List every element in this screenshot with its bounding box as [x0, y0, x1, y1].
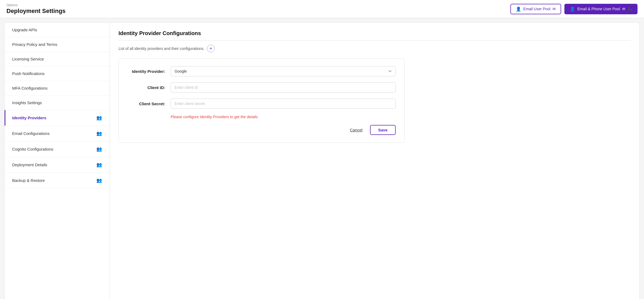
sidebar-label-privacy-policy: Privacy Policy and Terms [12, 42, 57, 47]
email-phone-pool-label: Email & Phone User Pool [577, 7, 620, 11]
header-left: Options Deployment Settings [6, 3, 66, 15]
client-id-input[interactable] [171, 82, 396, 93]
sidebar-item-identity-providers[interactable]: Identity Providers 👥 [5, 110, 110, 126]
client-id-label: Client ID: [127, 85, 165, 90]
add-icon: + [209, 46, 212, 51]
sidebar-label-insights-settings: Insights Settings [12, 100, 42, 105]
header: Options Deployment Settings 👤 Email User… [0, 0, 644, 18]
sidebar-item-privacy-policy[interactable]: Privacy Policy and Terms [5, 37, 110, 52]
user-icon: 👤 [516, 6, 521, 12]
email-pool-label: Email User Pool [523, 7, 550, 11]
sidebar-label-cognito-configurations: Cognito Configurations [12, 147, 53, 151]
sidebar-item-cognito-configurations[interactable]: Cognito Configurations 👥 [5, 141, 110, 157]
deployment-details-icon: 👥 [96, 162, 102, 168]
email-phone-user-pool-button[interactable]: 👤 Email & Phone User Pool ✉ 📞 [564, 4, 638, 14]
client-secret-label: Client Secret: [127, 101, 165, 106]
sidebar: Upgrade APIs Privacy Policy and Terms Li… [5, 23, 110, 299]
content-area: Identity Provider Configurations List of… [110, 23, 639, 299]
identity-provider-form: Identity Provider: Google Facebook Apple… [118, 58, 405, 143]
sidebar-item-backup-restore[interactable]: Backup & Restore 👥 [5, 173, 110, 188]
sidebar-item-licensing-service[interactable]: Licensing Service [5, 52, 110, 66]
sidebar-label-upgrade-apis: Upgrade APIs [12, 28, 37, 32]
cognito-configurations-icon: 👥 [96, 146, 102, 152]
client-id-row: Client ID: [127, 82, 396, 93]
email-configurations-icon: 👥 [96, 131, 102, 136]
phone-icon: 📞 [628, 7, 632, 11]
subtitle-text: List of all identity providers and their… [118, 46, 204, 51]
error-message: Please configure Identity Providers to g… [171, 115, 396, 119]
client-secret-input[interactable] [171, 98, 396, 109]
identity-provider-select[interactable]: Google Facebook Apple Microsoft [171, 66, 396, 76]
email-icon: ✉ [553, 7, 556, 11]
identity-provider-label: Identity Provider: [127, 69, 165, 74]
save-button[interactable]: Save [370, 125, 396, 135]
main-layout: Upgrade APIs Privacy Policy and Terms Li… [4, 22, 640, 299]
identity-providers-icon: 👥 [96, 115, 102, 121]
sidebar-item-push-notifications[interactable]: Push Notifications [5, 66, 110, 81]
sidebar-label-deployment-details: Deployment Details [12, 162, 47, 167]
sidebar-item-insights-settings[interactable]: Insights Settings [5, 96, 110, 110]
page-title: Deployment Settings [6, 8, 66, 14]
sidebar-label-push-notifications: Push Notifications [12, 71, 45, 76]
backup-restore-icon: 👥 [96, 178, 102, 183]
options-label: Options [6, 3, 66, 7]
email-user-pool-button[interactable]: 👤 Email User Pool ✉ [510, 4, 561, 14]
sidebar-label-mfa-configurations: MFA Configurations [12, 86, 48, 90]
sidebar-label-backup-restore: Backup & Restore [12, 178, 45, 183]
sidebar-item-email-configurations[interactable]: Email Configurations 👥 [5, 126, 110, 141]
form-actions: Cancel Save [127, 125, 396, 135]
identity-provider-row: Identity Provider: Google Facebook Apple… [127, 66, 396, 76]
add-provider-button[interactable]: + [207, 45, 215, 52]
sidebar-label-identity-providers: Identity Providers [12, 115, 46, 120]
content-title: Identity Provider Configurations [118, 30, 631, 40]
sidebar-item-deployment-details[interactable]: Deployment Details 👥 [5, 157, 110, 173]
client-secret-row: Client Secret: [127, 98, 396, 109]
subtitle-row: List of all identity providers and their… [118, 45, 631, 52]
sidebar-item-mfa-configurations[interactable]: MFA Configurations [5, 81, 110, 96]
sidebar-label-licensing-service: Licensing Service [12, 57, 44, 61]
header-right: 👤 Email User Pool ✉ 👤 Email & Phone User… [510, 4, 638, 14]
email-icon-2: ✉ [622, 7, 625, 11]
cancel-button[interactable]: Cancel [345, 125, 367, 134]
sidebar-label-email-configurations: Email Configurations [12, 131, 49, 136]
sidebar-item-upgrade-apis[interactable]: Upgrade APIs [5, 23, 110, 37]
user-icon-2: 👤 [570, 6, 575, 12]
